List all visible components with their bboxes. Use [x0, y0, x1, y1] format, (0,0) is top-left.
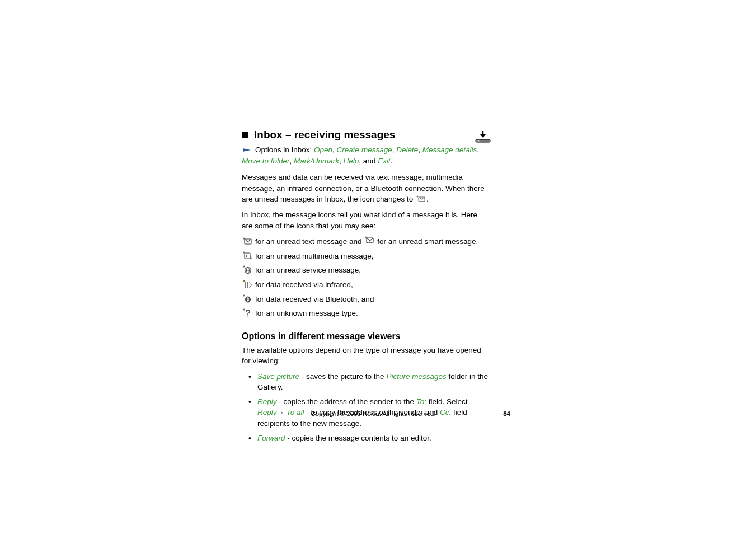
sep: , [339, 157, 344, 165]
forward-label: Forward [257, 434, 285, 442]
cc-label: Cc. [440, 408, 451, 416]
svg-marker-23 [480, 134, 486, 138]
unknown-message-icon [242, 308, 253, 318]
heading-bullet-icon [242, 132, 248, 138]
section-heading: Inbox – receiving messages [254, 129, 395, 141]
bullet-save-picture: Save picture - saves the picture to the … [242, 371, 488, 393]
options-triangle-icon [242, 147, 252, 153]
icon-unknown-text: for an unknown message type. [255, 308, 488, 319]
subheading-options-viewers: Options in different message viewers [242, 331, 488, 341]
svg-rect-3 [419, 201, 425, 202]
icon-infrared-text: for data received via infrared, [255, 279, 488, 291]
option-delete: Delete [396, 146, 418, 154]
reply-label: Reply [257, 397, 277, 406]
option-move-to-folder: Move to folder [242, 157, 290, 165]
phone-download-icon [475, 130, 491, 143]
unread-smart-message-icon [365, 236, 374, 247]
para1-text-b: . [426, 195, 429, 203]
option-help: Help [344, 157, 359, 165]
icon-line-text-message: for an unread text message and for an un… [242, 236, 488, 247]
options-in-inbox: Options in Inbox: Open, Create message, … [242, 144, 488, 166]
bullet-list: Save picture - saves the picture to the … [242, 371, 488, 443]
icon-line-bluetooth: for data received via Bluetooth, and [242, 294, 488, 305]
option-message-details: Message details [422, 146, 477, 154]
svg-marker-0 [243, 148, 251, 152]
svg-point-1 [416, 195, 418, 197]
icon-line-infrared: for data received via infrared, [242, 279, 488, 291]
period: . [391, 157, 393, 165]
b2-mid2: field. Select [426, 397, 468, 406]
icon-text-b: for an unread smart message, [375, 237, 478, 246]
document-page: Inbox – receiving messages Options in In… [242, 129, 488, 447]
unread-mms-icon [242, 251, 253, 261]
icon-mms-text: for an unread multimedia message, [255, 251, 488, 262]
bluetooth-icon [242, 294, 253, 304]
paragraph-receive-info: Messages and data can be received via te… [242, 172, 488, 205]
sep: , [418, 146, 422, 154]
infrared-icon [242, 279, 253, 289]
section-heading-row: Inbox – receiving messages [242, 129, 488, 141]
icon-line-mms: for an unread multimedia message, [242, 251, 488, 262]
inbox-unread-icon [416, 194, 425, 205]
b1-mid1: - saves the picture to the [299, 372, 384, 381]
paragraph-icons-intro: In Inbox, the message icons tell you wha… [242, 209, 488, 231]
reply2-label: Reply [257, 408, 277, 416]
copyright-text: Copyright © 2003 Nokia. All rights reser… [306, 410, 440, 417]
svg-point-10 [246, 255, 247, 256]
unread-service-icon [242, 265, 253, 275]
to-field-label: To: [416, 397, 426, 406]
paragraph-options-depend: The available options depend on the type… [242, 345, 488, 367]
icon-text-a: for an unread text message and [255, 237, 364, 246]
save-picture-label: Save picture [257, 372, 299, 381]
svg-point-11 [243, 266, 245, 268]
svg-point-21 [247, 316, 248, 317]
option-mark-unmark: Mark/Unmark [294, 157, 339, 165]
b2-mid1: - copies the address of the sender to th… [277, 397, 416, 406]
options-and: , and [359, 157, 378, 165]
page-number: 84 [503, 410, 510, 417]
option-open: Open [314, 146, 332, 154]
icon-service-text: for an unread service message, [255, 265, 488, 276]
svg-point-15 [243, 280, 245, 282]
option-create-message: Create message [337, 146, 392, 154]
options-intro-text: Options in Inbox: [255, 146, 314, 154]
picture-messages-label: Picture messages [384, 372, 447, 381]
unread-text-message-icon [242, 236, 253, 246]
svg-point-18 [243, 294, 245, 296]
sep: , [332, 146, 337, 154]
sep: , [477, 146, 479, 154]
icon-line-unknown: for an unknown message type. [242, 308, 488, 319]
b3-mid1: - copies the message contents to an edit… [285, 434, 431, 442]
option-exit: Exit [378, 157, 391, 165]
to-all-label: To all [287, 408, 304, 416]
icon-bluetooth-text: for data received via Bluetooth, and [255, 294, 488, 305]
sep: , [290, 157, 294, 165]
arrow-label: → [277, 408, 287, 416]
para1-text-a: Messages and data can be received via te… [242, 173, 485, 203]
bullet-forward: Forward - copies the message contents to… [242, 433, 488, 444]
svg-rect-25 [477, 140, 480, 142]
icon-line-service: for an unread service message, [242, 265, 488, 276]
svg-point-20 [243, 309, 245, 311]
